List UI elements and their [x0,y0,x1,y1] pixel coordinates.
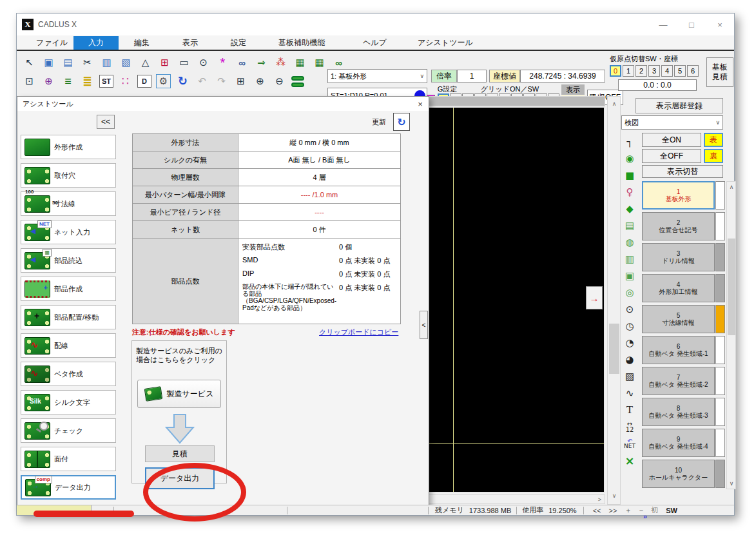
paste-icon[interactable]: ▤ [61,55,75,70]
corner-line-icon[interactable]: ┐ [621,133,638,150]
redo-icon[interactable]: ↷ [214,74,229,88]
display-toggle[interactable]: 表示 [561,84,585,95]
front-side-tag[interactable]: 表 [704,133,723,147]
layer-3-color-cell[interactable] [715,243,725,271]
zoom-in-icon[interactable]: ⊕ [253,74,267,88]
chip-search-icon[interactable]: ∞ [331,55,346,70]
arc-major-icon[interactable]: ◕ [621,351,638,368]
binoculars-icon[interactable]: ∞ [235,55,249,70]
layer-combo[interactable]: 1: 基板外形 ∨ [327,69,427,83]
minimize-button[interactable]: — [649,15,677,34]
sidebar-dimension-line[interactable]: 100 50 寸法線 [21,191,116,216]
layer-item-2[interactable]: 2位置合せ記号 [642,212,715,240]
origin-button-3[interactable]: 3 [648,65,660,77]
all-on-button[interactable]: 全ON [642,133,701,147]
sidebar-net-input[interactable]: NET ◀ ネット入力 [21,220,116,244]
sidebar-outline-create[interactable]: 外形作成 [21,135,116,159]
nav-sw[interactable]: SW [666,507,677,514]
undo-icon[interactable]: ↶ [195,74,209,88]
sidebar-silk-text[interactable]: Silk シルク文字 [21,390,116,414]
layer-8-color-cell[interactable] [715,398,725,426]
layers-alt-icon[interactable]: ≣ [80,74,95,88]
sidebar-routing[interactable]: ∿ 配線 [21,333,116,358]
box-plus-icon[interactable]: ⊞ [233,74,248,88]
all-off-button[interactable]: 全OFF [642,149,701,163]
sidebar-part-create[interactable]: + 部品作成 [21,277,116,301]
maximize-button[interactable]: □ [677,15,706,34]
quatrefoil-icon[interactable]: ◆ [621,200,638,217]
menu-settings[interactable]: 設定 [224,36,253,50]
display-toggle-button[interactable]: 表示切替 [642,165,723,178]
nav-init[interactable]: 初 [651,505,658,515]
ruler-icon[interactable]: ▭ [177,55,191,70]
grid-windows-icon[interactable]: ⊞ [157,55,172,70]
vscroll-thumb[interactable] [609,324,619,374]
menu-input[interactable]: 入力 [73,36,119,50]
hatched-ellipse-icon[interactable]: ◍ [621,234,638,251]
layer-item-3[interactable]: 3ドリル情報 [642,243,715,271]
menu-edit[interactable]: 編集 [128,36,156,50]
layer-10-color-cell[interactable] [715,460,725,488]
layer-1-color-cell[interactable] [715,181,725,210]
menu-file[interactable]: ファイル [30,36,74,50]
dialog-side-collapse-tab[interactable]: < [420,311,428,339]
origin-button-5[interactable]: 5 [674,65,686,77]
zoom-value[interactable]: 1 [457,70,487,83]
close-button[interactable]: × [706,15,734,34]
layer-item-10[interactable]: 10ホールキャラクター [642,460,715,488]
pads-icon[interactable] [291,76,304,87]
layer-group-header[interactable]: 表示層群登録 [635,98,723,113]
origin-button-2[interactable]: 2 [635,65,647,77]
layer-4-color-cell[interactable] [715,274,725,302]
menu-assist-tools[interactable]: アシストツール [411,36,480,50]
quote-button[interactable]: 見積 [145,445,215,462]
layer-item-8[interactable]: 8自動ベタ 発生領域-3 [642,398,715,426]
sidebar-data-output[interactable]: comp → データ出力 [21,475,116,500]
origin-button-1[interactable]: 1 [623,65,634,77]
cut-icon[interactable]: ✂ [80,55,95,70]
cross-pads-icon[interactable]: × [621,452,638,469]
nav-plus[interactable]: + [626,507,630,514]
sidebar-part-place-move[interactable]: + 部品配置/移動 [21,305,116,329]
spline-icon[interactable]: ∿ [621,385,638,402]
dimension-tool-icon[interactable]: ↔12 [621,418,638,435]
zoom-out-icon[interactable]: ⊖ [272,74,287,88]
nav-minus[interactable]: − [639,507,643,514]
chip-large-icon[interactable]: ▦ [312,55,327,70]
nav-prev-fast[interactable]: << [593,507,601,514]
update-refresh-button[interactable]: ↻ [393,113,410,131]
paste-special-icon[interactable]: ▥ [99,55,114,70]
board-quote-button[interactable]: 基板 見積 [706,57,733,87]
donut-pad-icon[interactable]: ◉ [621,150,638,167]
sidebar-part-load[interactable]: ▦ ◀ 部品読込 [21,248,116,273]
layer-2-color-cell[interactable] [715,212,725,240]
layer-scroll-up-arrow[interactable]: ∧ [728,182,735,191]
cursor-icon[interactable]: ↖ [22,55,37,70]
st-tool-button[interactable]: ST [99,75,113,88]
copy-to-clipboard-link[interactable]: クリップボードにコピー [319,327,398,337]
doc-circle-icon[interactable]: ◎ [621,284,638,301]
doc-copy-icon[interactable]: ▧ [119,55,133,70]
sidebar-copper-pour[interactable]: ∿ ベタ作成 [21,362,116,386]
panel-expand-arrow-button[interactable]: → [586,286,603,309]
arc-quarter-icon[interactable]: ◔ [621,335,638,351]
collapse-button[interactable]: << [97,115,115,129]
chip-icon[interactable]: ▦ [293,55,307,70]
menu-view[interactable]: 表示 [176,36,204,50]
canvas-hscrollbar[interactable]: > [425,494,605,504]
layer-5-color-cell[interactable] [715,305,725,333]
layer-item-5[interactable]: 5寸法線情報 [642,305,715,333]
hscroll-right-arrow[interactable]: > [595,495,605,503]
net-links-icon[interactable]: ⁂ [273,55,288,70]
menu-board-aux[interactable]: 基板補助機能 [272,36,331,50]
layer-scroll-thumb[interactable] [728,239,735,335]
layer-scroll-down-arrow[interactable]: ∨ [728,479,735,488]
net-undo-icon[interactable]: ↶NET [621,435,638,452]
sidebar-check[interactable]: チェック [21,418,116,443]
refresh-icon[interactable]: ↻ [175,74,190,88]
layer-list-scrollbar[interactable]: ∧ ∨ [726,181,736,489]
layer-item-1[interactable]: 1基板外形 [642,181,715,210]
layer-group-combo[interactable]: 検図 ∨ [621,115,723,130]
polygon-icon[interactable]: △ [138,55,153,70]
layer-item-6[interactable]: 6自動ベタ 発生領域-1 [642,336,715,364]
